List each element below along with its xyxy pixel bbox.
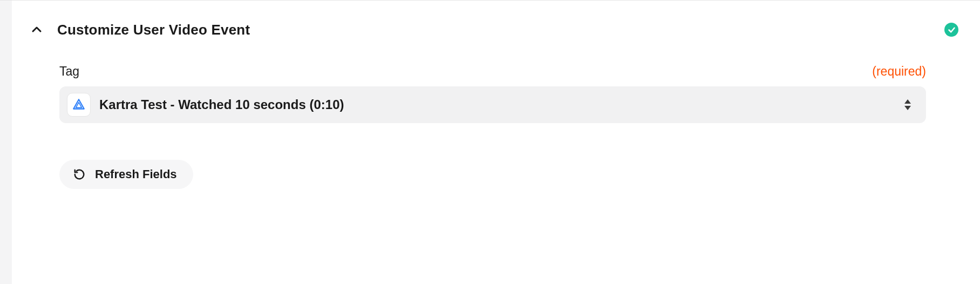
check-icon bbox=[948, 26, 956, 34]
field-label: Tag bbox=[59, 64, 79, 79]
svg-marker-0 bbox=[904, 99, 911, 104]
tag-field-block: Tag (required) Kartra Test - Watched 10 … bbox=[12, 64, 980, 123]
section-title: Customize User Video Event bbox=[57, 22, 250, 38]
triangle-icon bbox=[72, 98, 86, 112]
field-required-hint: (required) bbox=[872, 64, 926, 79]
page-container: Customize User Video Event Tag (required… bbox=[0, 0, 980, 284]
svg-marker-1 bbox=[904, 106, 911, 110]
tag-select[interactable]: Kartra Test - Watched 10 seconds (0:10) bbox=[59, 86, 926, 123]
refresh-fields-label: Refresh Fields bbox=[95, 167, 177, 181]
chevron-up-icon bbox=[30, 23, 43, 36]
refresh-icon bbox=[73, 168, 85, 180]
app-icon-container bbox=[67, 93, 91, 117]
caret-down-icon bbox=[903, 105, 912, 111]
section-header: Customize User Video Event bbox=[12, 1, 980, 39]
left-rail bbox=[0, 1, 12, 284]
refresh-fields-button[interactable]: Refresh Fields bbox=[59, 160, 193, 189]
caret-up-icon bbox=[903, 99, 912, 104]
select-value: Kartra Test - Watched 10 seconds (0:10) bbox=[99, 97, 344, 112]
field-label-row: Tag (required) bbox=[59, 64, 926, 79]
select-arrows bbox=[903, 99, 912, 111]
collapse-toggle[interactable] bbox=[27, 20, 46, 39]
section-panel: Customize User Video Event Tag (required… bbox=[12, 1, 980, 284]
refresh-row: Refresh Fields bbox=[12, 160, 980, 189]
status-badge-success bbox=[944, 23, 958, 37]
